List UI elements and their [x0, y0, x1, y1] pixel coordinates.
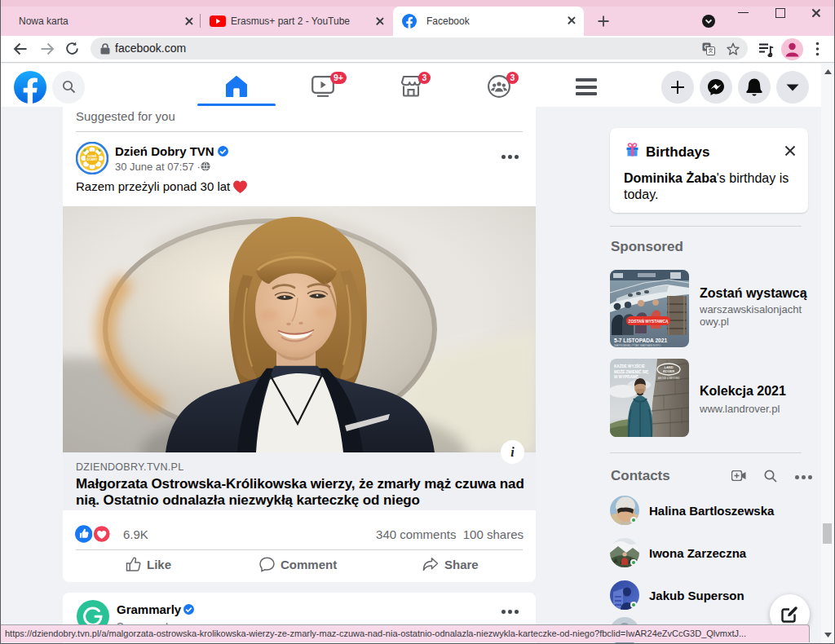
- svg-text:ABOVE & BEYOND: ABOVE & BEYOND: [658, 377, 681, 380]
- svg-text:WARSZAWA | PTAK WARSAW EXPO: WARSZAWA | PTAK WARSAW EXPO: [614, 344, 661, 347]
- svg-text:ZOSTAŃ WYSTAWCĄ: ZOSTAŃ WYSTAWCĄ: [629, 318, 669, 324]
- svg-text:KAŻDE WYJŚCIE: KAŻDE WYJŚCIE: [614, 364, 645, 368]
- svg-text:DOBRY: DOBRY: [87, 158, 98, 161]
- svg-text:MOŻE ZMIENIĆ SIĘ: MOŻE ZMIENIĆ SIĘ: [614, 368, 648, 374]
- svg-text:5-7 LISTOPADA 2021: 5-7 LISTOPADA 2021: [614, 337, 667, 343]
- svg-text:ROVER: ROVER: [663, 369, 674, 373]
- svg-text:W WYPRAWĘ: W WYPRAWĘ: [614, 375, 638, 379]
